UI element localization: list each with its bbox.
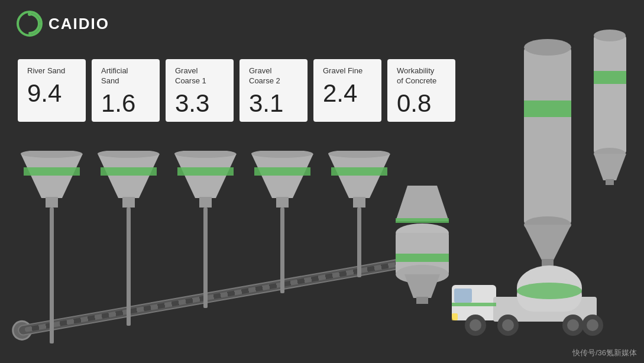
svg-rect-51 [254, 167, 310, 176]
svg-point-29 [470, 319, 481, 331]
svg-rect-2 [524, 47, 571, 225]
funnel-stem-3 [280, 208, 284, 293]
svg-rect-49 [199, 197, 212, 208]
svg-rect-39 [24, 167, 80, 176]
svg-rect-53 [276, 197, 289, 208]
silo-small-icon [588, 12, 632, 189]
silo-group [512, 12, 632, 266]
svg-rect-43 [101, 167, 157, 176]
funnel-3-icon [248, 151, 316, 213]
svg-point-10 [594, 30, 626, 41]
funnel-2-icon [171, 151, 240, 213]
card-label-gravel-coarse-2: GravelCoarse 2 [249, 66, 298, 86]
brand-name: CAIDIO [48, 15, 109, 33]
svg-rect-41 [46, 197, 58, 208]
funnel-stem-1 [127, 208, 131, 326]
card-value-workability: 0.8 [397, 91, 446, 116]
card-label-artificial-sand: ArtificialSand [101, 66, 150, 86]
svg-marker-54 [328, 154, 390, 198]
card-label-gravel-fine: Gravel Fine [323, 66, 372, 76]
card-value-artificial-sand: 1.6 [101, 91, 150, 116]
card-gravel-fine: Gravel Fine2.4 [313, 59, 381, 122]
svg-marker-20 [404, 274, 440, 298]
caidio-logo-icon [17, 11, 43, 37]
svg-marker-46 [174, 154, 237, 198]
svg-marker-50 [251, 154, 313, 198]
svg-point-27 [517, 283, 582, 299]
card-value-river-sand: 9.4 [27, 81, 76, 106]
svg-rect-47 [177, 167, 234, 176]
card-value-gravel-coarse-1: 3.3 [175, 91, 224, 116]
svg-rect-23 [454, 289, 472, 303]
cards-row: River Sand9.4ArtificialSand1.6GravelCoar… [18, 59, 455, 122]
card-gravel-coarse-2: GravelCoarse 23.1 [240, 59, 308, 122]
header: CAIDIO [17, 11, 109, 37]
card-artificial-sand: ArtificialSand1.6 [92, 59, 160, 122]
svg-rect-55 [331, 167, 387, 176]
card-value-gravel-coarse-2: 3.1 [249, 91, 298, 116]
svg-rect-13 [606, 179, 614, 185]
svg-marker-42 [98, 154, 160, 198]
silo-large-icon [512, 12, 583, 266]
funnel-4-icon [325, 151, 393, 213]
conveyor-belt [16, 251, 416, 341]
card-value-gravel-fine: 2.4 [323, 81, 372, 106]
concrete-truck-icon [446, 244, 611, 338]
svg-rect-9 [594, 71, 626, 84]
conveyor-surface [17, 256, 415, 336]
card-label-gravel-coarse-1: GravelCoarse 1 [175, 66, 224, 86]
svg-point-33 [567, 319, 579, 331]
card-river-sand: River Sand9.4 [18, 59, 86, 122]
funnel-stem-2 [203, 208, 208, 308]
funnel-stem-0 [50, 208, 54, 343]
svg-rect-57 [353, 197, 365, 208]
funnel-stem-4 [357, 208, 361, 277]
svg-marker-14 [396, 186, 449, 221]
card-workability: Workabilityof Concrete0.8 [387, 59, 455, 122]
svg-point-35 [587, 319, 598, 331]
svg-point-4 [524, 39, 571, 56]
card-label-workability: Workabilityof Concrete [397, 66, 446, 86]
svg-rect-36 [452, 313, 458, 320]
svg-point-31 [502, 319, 514, 331]
funnel-1-icon [95, 151, 163, 213]
card-label-river-sand: River Sand [27, 66, 76, 76]
svg-rect-8 [594, 35, 626, 154]
svg-rect-45 [122, 197, 135, 208]
svg-rect-3 [524, 101, 571, 117]
watermark: 快传号/36氪新媒体 [572, 348, 637, 358]
svg-rect-18 [396, 254, 449, 262]
svg-marker-12 [594, 154, 626, 180]
svg-rect-21 [416, 297, 428, 304]
svg-marker-38 [21, 154, 83, 198]
svg-point-1 [28, 12, 31, 16]
card-gravel-coarse-1: GravelCoarse 13.3 [166, 59, 234, 122]
svg-rect-37 [452, 303, 496, 306]
svg-rect-15 [396, 218, 449, 223]
funnel-0-icon [18, 151, 86, 213]
